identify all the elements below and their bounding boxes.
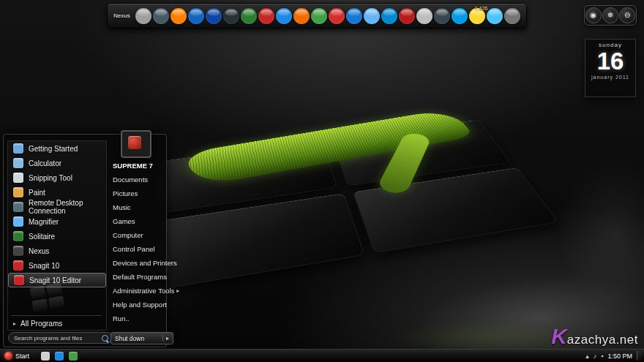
dock-icon-settings[interactable] (504, 8, 520, 24)
item-label: Snagit 10 (29, 262, 59, 270)
dock-icon-maxthon[interactable] (381, 8, 397, 24)
start-menu-item-pictures[interactable]: Pictures (113, 186, 164, 200)
search-input[interactable] (12, 334, 102, 342)
item-label: Help and Support (113, 301, 167, 309)
item-label: Snipping Tool (29, 174, 72, 182)
magnifier-icon (13, 216, 23, 227)
start-menu-item-documents[interactable]: Documents (113, 173, 164, 186)
snagit-app-icon (128, 136, 141, 149)
taskbar: Start ▴ ♪ ▪ 1:50 PM (0, 349, 644, 362)
start-menu-item-music[interactable]: Music (113, 200, 164, 214)
dock-icon-quicktime[interactable] (276, 8, 292, 24)
item-label: Magnifier (29, 218, 59, 226)
start-menu-item-default-programs[interactable]: Default Programs (113, 270, 164, 284)
start-menu-item-snipping-tool[interactable]: Snipping Tool (8, 170, 106, 185)
taskbar-clock[interactable]: 1:50 PM (607, 352, 632, 360)
snagit-editor-icon (14, 275, 24, 285)
dock-icon-fireworks[interactable] (241, 8, 257, 24)
start-menu-item-paint[interactable]: Paint (8, 185, 106, 200)
hidden-icons-chevron-icon[interactable]: ▴ (585, 352, 589, 360)
item-label: Remote Desktop Connection (29, 199, 106, 215)
flag-pane (32, 298, 48, 312)
power-icon[interactable]: ◉ (585, 7, 602, 23)
dock-icon-flash[interactable] (223, 8, 239, 24)
taskbar-explorer-icon[interactable] (41, 352, 50, 361)
shutdown-button[interactable]: Shut down ▸ (111, 332, 173, 344)
all-programs-button[interactable]: ▸ All Programs (8, 317, 110, 329)
item-label: Calculator (29, 159, 61, 167)
calendar-month-year: january 2011 (585, 75, 635, 80)
volume-icon[interactable]: ♪ (594, 352, 597, 360)
watermark-text: azachya.net (567, 333, 638, 347)
dock-icon-firefox[interactable] (293, 8, 310, 24)
start-menu-item-devices-and-printers[interactable]: Devices and Printers (113, 256, 164, 270)
start-menu-item-getting-started[interactable]: Getting Started (8, 141, 106, 156)
dock-icon-mail[interactable] (487, 8, 503, 24)
start-menu-item-control-panel[interactable]: Control Panel (113, 242, 164, 256)
start-menu-item-help-and-support[interactable]: Help and Support (113, 298, 164, 312)
start-orb-icon (4, 352, 12, 360)
dock-icon-opera[interactable] (329, 8, 345, 24)
start-menu-item-calculator[interactable]: Calculator (8, 156, 106, 170)
start-button[interactable]: Start (0, 350, 34, 362)
flag-pane (48, 295, 64, 309)
snipping-tool-icon (13, 173, 23, 183)
snowflake-icon[interactable]: ❄ (602, 7, 618, 23)
start-menu-item-computer[interactable]: Computer (113, 228, 164, 242)
calendar-day: 16 (585, 48, 635, 75)
dock-icon-skype[interactable] (452, 8, 468, 24)
dock-icon-media-center[interactable] (434, 8, 450, 24)
taskbar-media-player-icon[interactable] (55, 352, 64, 361)
item-label: Music (113, 203, 131, 211)
dock-icon-clock[interactable]: 1,426 (469, 8, 485, 24)
dock-icon-nexus[interactable] (135, 8, 151, 24)
dock-icon-safari[interactable] (364, 8, 380, 24)
eject-icon[interactable]: ⊖ (619, 7, 635, 23)
dock-icon-photoshop[interactable] (206, 8, 222, 24)
start-menu-item-administrative-tools[interactable]: Administrative Tools ▸ (113, 284, 164, 298)
dock-icon-windows-media-player[interactable] (188, 8, 204, 24)
shutdown-label: Shut down (115, 335, 144, 342)
item-label: Run.. (113, 314, 130, 323)
start-button-label: Start (15, 352, 29, 360)
dock-icon-vlc[interactable] (171, 8, 187, 24)
start-menu-separator (11, 315, 102, 316)
dock-icon-miranda[interactable] (399, 8, 415, 24)
start-menu-item-solitaire[interactable]: Solitaire (8, 229, 106, 244)
wallpaper-haze-right (556, 161, 644, 307)
item-label: SUPREME 7 (113, 162, 153, 170)
start-menu-item-nexus[interactable]: Nexus (8, 244, 106, 258)
show-desktop-button[interactable] (637, 351, 641, 361)
solitaire-icon (13, 231, 23, 241)
flag-pane (29, 286, 45, 299)
search-icon (102, 335, 108, 342)
dock-icon-chrome[interactable] (311, 8, 327, 24)
start-menu-search-box[interactable] (8, 332, 113, 344)
flag-pane (46, 283, 62, 296)
item-label: Default Programs (113, 273, 167, 281)
start-menu-item-games[interactable]: Games (113, 214, 164, 228)
paint-icon (13, 187, 23, 197)
item-label: Solitaire (29, 233, 55, 241)
taskbar-browser-icon[interactable] (69, 352, 78, 361)
item-label: Documents (113, 176, 148, 184)
dock-label: Nexus (113, 12, 130, 19)
item-label: Administrative Tools (113, 287, 174, 295)
calendar-gadget[interactable]: sunday 16 january 2011 (585, 39, 636, 97)
dock-icon-acrobat[interactable] (258, 8, 274, 24)
shutdown-options-arrow-icon[interactable]: ▸ (162, 335, 169, 342)
dock-icon-winamp[interactable] (153, 8, 169, 24)
start-menu-item-snagit-10[interactable]: Snagit 10 (8, 258, 106, 273)
start-menu-item-magnifier[interactable]: Magnifier (8, 214, 106, 229)
start-menu-item-supreme-7[interactable]: SUPREME 7 (113, 159, 164, 173)
dock-icon-nero[interactable] (416, 8, 433, 24)
start-menu-item-remote-desktop[interactable]: Remote Desktop Connection (8, 200, 106, 214)
remote-desktop-icon (13, 202, 23, 212)
taskbar-app-icons (41, 352, 78, 361)
dock-icon-internet-explorer[interactable] (346, 8, 362, 24)
start-menu-user-icon[interactable] (121, 130, 151, 158)
network-icon[interactable]: ▪ (601, 352, 603, 360)
submenu-arrow-icon: ▸ (176, 287, 179, 294)
item-label: Control Panel (113, 245, 155, 253)
start-menu-item-run[interactable]: Run.. (113, 312, 164, 325)
